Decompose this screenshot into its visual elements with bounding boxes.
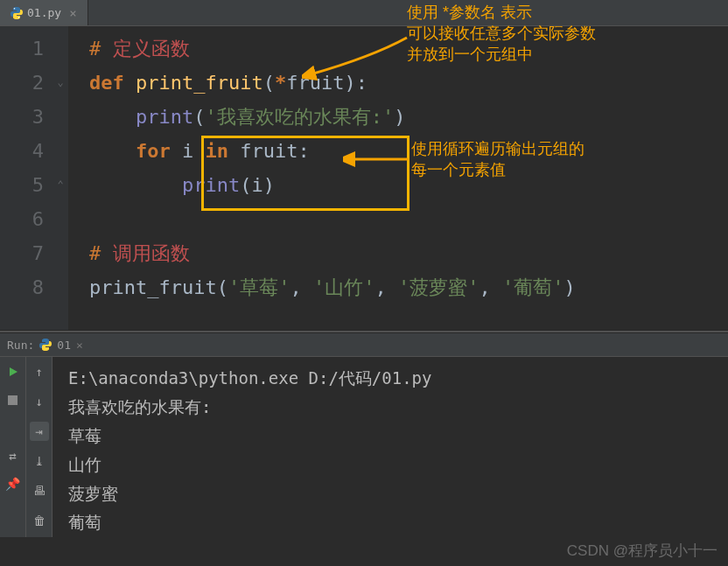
line-number: 6 [0,202,44,236]
code-token: ( [240,174,251,196]
editor-tab[interactable]: 01.py × [0,0,88,25]
annotation-line: 可以接收任意多个实际参数 [407,23,596,44]
line-number-gutter: 1 2 3 4 5 6 7 8 [0,26,52,330]
code-token: '菠萝蜜' [398,276,480,298]
code-token: '我喜欢吃的水果有:' [205,106,394,128]
code-token: print_fruit [89,276,217,298]
run-toolbar-left: ⇄ 📌 [0,357,26,537]
tab-filename: 01.py [27,6,61,19]
code-token: ): [344,72,368,94]
fold-end-icon[interactable]: ⌃ [52,168,68,202]
line-number: 3 [0,100,44,134]
code-token: , [479,276,502,298]
run-panel-header: Run: 01 × [0,333,728,357]
code-token: ) [564,276,575,298]
run-tab-close-icon[interactable]: × [76,339,83,352]
line-number: 5 [0,168,44,202]
run-label: Run: [7,339,34,352]
run-config-name[interactable]: 01 [57,339,71,352]
annotation-args: 使用 *参数名 表示 可以接收任意多个实际参数 并放到一个元组中 [407,2,596,65]
code-token: ) [394,106,405,128]
fold-start-icon[interactable]: ⌄ [52,66,68,100]
code-token: '葡萄' [502,276,564,298]
tab-close-icon[interactable]: × [66,6,76,20]
code-token: # [89,38,113,59]
code-token: for [136,140,182,162]
code-token: def [89,72,136,94]
console-line: 菠萝蜜 [68,479,723,508]
code-token: ) [263,174,275,196]
watermark: CSDN @程序员小十一 [567,541,718,561]
trash-button[interactable]: 🗑 [30,511,49,530]
code-token: * [275,72,286,94]
down-button[interactable]: ↓ [30,392,49,411]
console-line: 葡萄 [68,508,723,537]
code-token: i [251,174,262,196]
annotation-line: 使用 *参数名 表示 [407,2,596,23]
code-token [89,140,136,162]
code-token: # [89,242,113,264]
code-token: , [374,276,398,298]
code-token [89,106,136,128]
annotation-loop: 使用循环遍历输出元组的 每一个元素值 [411,138,584,180]
code-token: ( [193,106,205,128]
svg-point-1 [18,17,20,18]
code-area[interactable]: # 定义函数 def print_fruit(*fruit): print('我… [68,26,728,330]
rerun-button[interactable] [4,362,23,381]
annotation-line: 每一个元素值 [411,159,584,180]
code-token: print_fruit [136,72,263,94]
line-number: 2 [0,66,44,100]
tab-bar: 01.py × [0,0,728,26]
run-panel: Run: 01 × ⇄ 📌 ↑ ↓ ⇥ ⤓ 🖶 🗑 E:\anaconda3\p… [0,333,728,537]
code-token: in [193,140,240,162]
code-token: , [290,276,313,298]
code-token: fruit [286,72,344,94]
code-token: 定义函数 [113,38,190,59]
line-number: 1 [0,31,44,66]
fold-gutter: ⌄ ⌃ [52,26,68,330]
code-token: print [182,174,240,196]
python-file-icon [10,7,23,19]
code-token: : [298,140,309,162]
annotation-line: 使用循环遍历输出元组的 [411,138,584,159]
code-token: ( [263,72,275,94]
console-output[interactable]: E:\anaconda3\python.exe D:/代码/01.py 我喜欢吃… [52,357,728,537]
svg-point-0 [14,8,16,10]
annotation-line: 并放到一个元组中 [407,44,596,65]
soft-wrap-button[interactable]: ⇥ [30,422,49,441]
code-token: '山竹' [313,276,375,298]
up-button[interactable]: ↑ [30,362,49,381]
print-button[interactable]: 🖶 [30,481,49,500]
code-token: print [136,106,193,128]
console-line: 我喜欢吃的水果有: [68,393,723,422]
code-token: '草莓' [228,276,290,298]
layout-button[interactable]: ⇄ [4,446,23,465]
console-line: 草莓 [68,422,723,451]
scroll-end-button[interactable]: ⤓ [30,451,49,471]
code-token: 调用函数 [113,242,190,264]
stop-button[interactable] [4,390,23,409]
svg-rect-3 [8,395,18,405]
code-editor[interactable]: 1 2 3 4 5 6 7 8 ⌄ ⌃ # 定义函数 def print_fru… [0,26,728,330]
console-line: 山竹 [68,451,723,479]
code-token [89,174,182,196]
pin-button[interactable]: 📌 [4,474,23,493]
code-token: ( [217,276,228,298]
console-line: E:\anaconda3\python.exe D:/代码/01.py [68,364,723,393]
python-run-icon [39,339,52,351]
line-number: 7 [0,236,44,270]
run-toolbar-right: ↑ ↓ ⇥ ⤓ 🖶 🗑 [26,357,52,537]
code-token: fruit [240,140,298,162]
line-number: 8 [0,270,44,304]
code-token: i [182,140,193,162]
line-number: 4 [0,134,44,168]
